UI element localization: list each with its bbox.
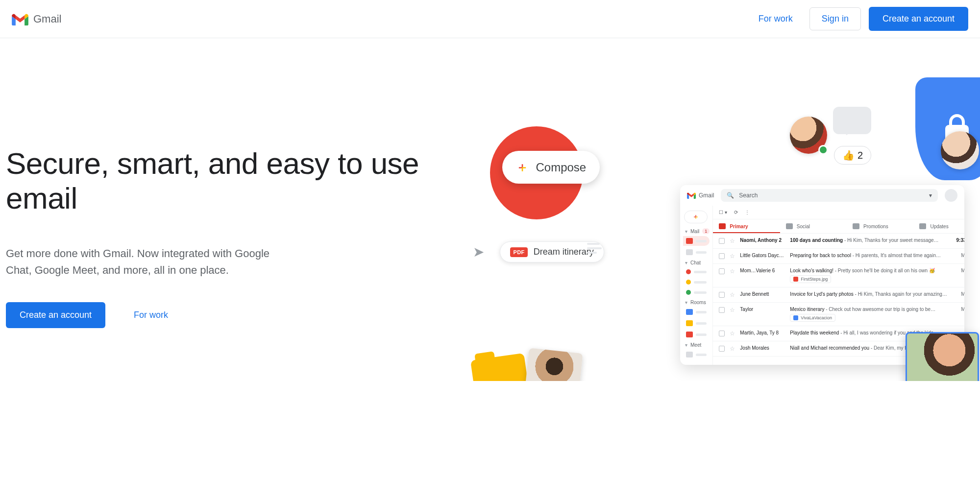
row-checkbox[interactable] — [719, 331, 725, 336]
compose-button[interactable]: ＋ — [684, 211, 708, 223]
email-sender: Mom…Valerie 6 — [740, 268, 785, 273]
brand: Gmail — [12, 13, 61, 25]
email-time: 9:33 am — [952, 238, 964, 243]
thumbs-up-icon: 👍 — [842, 149, 855, 161]
attachment-chip[interactable]: FirstSteps.jpg — [790, 275, 831, 283]
email-snippet: - Hi Kim, Thanks for your sweet message… — [843, 238, 938, 243]
hero-for-work-link[interactable]: For work — [125, 305, 177, 325]
sign-in-button[interactable]: Sign in — [809, 7, 861, 30]
email-snippet: - Hi Kim, Thanks again for your amazing… — [854, 291, 947, 297]
star-icon[interactable]: ☆ — [730, 238, 735, 244]
sidebar-section-rooms[interactable]: ▾Rooms — [685, 300, 710, 305]
sidebar-room[interactable] — [683, 307, 710, 317]
app-toolbar: ☐ ▾ ⟳ ⋮ ‹ › — [713, 206, 964, 219]
email-sender: Josh Morales — [740, 345, 785, 351]
brand-name: Gmail — [33, 13, 61, 25]
email-content: Look who's walking! - Pretty soon he'll … — [790, 268, 947, 283]
hero-copy: Secure, smart, and easy to use email Get… — [6, 68, 470, 381]
plus-icon: ＋ — [692, 213, 699, 221]
tab-social[interactable]: Social — [780, 219, 847, 233]
email-time: May 6 — [952, 307, 964, 312]
email-sender: June Bennett — [740, 291, 785, 297]
email-time: May 6 — [952, 268, 964, 273]
compose-label: Compose — [536, 161, 586, 174]
email-content: Preparing for back to school - Hi parent… — [790, 253, 947, 258]
email-sender: Little Gators Daycare — [740, 253, 785, 258]
hero-illustration: ＋ Compose 👍 2 ➤ PDF Dream itinerary — [470, 68, 974, 381]
sidebar-chat-contact[interactable] — [683, 278, 710, 286]
pdf-badge: PDF — [510, 247, 527, 257]
folder-decoration — [470, 353, 529, 381]
account-avatar[interactable] — [945, 189, 957, 202]
email-time: May 6 — [952, 291, 964, 297]
create-account-button[interactable]: Create an account — [869, 7, 968, 31]
app-topbar: Gmail 🔍 Search ▾ — [680, 185, 964, 206]
email-row[interactable]: ☆ Naomi, Anthony 2 100 days and counting… — [713, 234, 964, 249]
email-snippet: - Check out how awesome our trip is goin… — [824, 307, 935, 312]
sidebar-section-mail[interactable]: ▾ Mail 1 — [685, 228, 710, 234]
sidebar-item-inbox[interactable] — [683, 236, 710, 246]
speech-bubble-icon — [833, 107, 871, 134]
tab-updates[interactable]: Updates — [913, 219, 964, 233]
email-content: 100 days and counting - Hi Kim, Thanks f… — [790, 238, 947, 243]
email-row[interactable]: ☆ Taylor Mexico itinerary - Check out ho… — [713, 303, 964, 326]
star-icon[interactable]: ☆ — [730, 345, 735, 352]
refresh-icon[interactable]: ⟳ — [734, 210, 738, 215]
email-row[interactable]: ☆ June Bennett Invoice for Lyd's party p… — [713, 287, 964, 303]
email-snippet: - Hi parents, It's almost that time agai… — [851, 253, 941, 258]
star-icon[interactable]: ☆ — [730, 330, 735, 337]
attachment-icon — [793, 277, 798, 282]
email-snippet: - Pretty soon he'll be doing it all on h… — [833, 268, 935, 273]
reaction-count: 2 — [858, 150, 863, 161]
row-checkbox[interactable] — [719, 253, 725, 259]
reaction-pill: 👍 2 — [834, 146, 871, 165]
row-checkbox[interactable] — [719, 292, 725, 298]
email-subject: Preparing for back to school — [790, 253, 851, 258]
for-work-link[interactable]: For work — [750, 9, 802, 29]
email-row[interactable]: ☆ Mom…Valerie 6 Look who's walking! - Pr… — [713, 264, 964, 287]
star-icon[interactable]: ☆ — [730, 268, 735, 275]
more-icon[interactable]: ⋮ — [745, 210, 750, 215]
sidebar-room[interactable] — [683, 330, 710, 339]
email-row[interactable]: ☆ Little Gators Daycare Preparing for ba… — [713, 249, 964, 264]
star-icon[interactable]: ☆ — [730, 307, 735, 313]
row-checkbox[interactable] — [719, 307, 725, 313]
sidebar-chat-contact[interactable] — [683, 267, 710, 276]
select-all-checkbox[interactable]: ☐ ▾ — [719, 210, 727, 215]
row-checkbox[interactable] — [719, 268, 725, 274]
attachment-chip[interactable]: VivaLaVacacion — [790, 314, 835, 322]
line-decoration — [587, 243, 602, 254]
search-input[interactable]: 🔍 Search ▾ — [721, 189, 938, 202]
gmail-logo-icon — [12, 13, 28, 25]
sidebar-meet-item[interactable] — [683, 350, 710, 359]
star-icon[interactable]: ☆ — [730, 291, 735, 298]
avatar-2 — [941, 131, 979, 169]
tab-primary[interactable]: Primary — [713, 219, 780, 233]
email-sender: Martin, Jaya, Ty 8 — [740, 330, 785, 335]
email-subject: Look who's walking! — [790, 268, 833, 273]
pdf-label: Dream itinerary — [534, 247, 594, 257]
sidebar-item[interactable] — [683, 247, 710, 257]
sidebar-chat-contact[interactable] — [683, 288, 710, 297]
hero-create-account-button[interactable]: Create an account — [6, 302, 105, 328]
caret-icon: ▾ — [685, 260, 687, 265]
caret-icon: ▾ — [685, 229, 687, 234]
sidebar-section-meet[interactable]: ▾Meet — [685, 342, 710, 348]
sidebar-section-chat[interactable]: ▾Chat — [685, 260, 710, 265]
row-checkbox[interactable] — [719, 346, 725, 352]
hero: Secure, smart, and easy to use email Get… — [0, 38, 980, 381]
tab-promotions[interactable]: Promotions — [847, 219, 913, 233]
compose-pill: ＋ Compose — [502, 151, 600, 184]
chevron-down-icon: ▾ — [929, 192, 932, 199]
row-checkbox[interactable] — [719, 238, 725, 244]
header-actions: For work Sign in Create an account — [750, 7, 968, 31]
star-icon[interactable]: ☆ — [730, 253, 735, 260]
search-placeholder: Search — [739, 192, 758, 199]
email-time: May 6 — [952, 253, 964, 258]
online-indicator-icon — [818, 145, 828, 155]
sidebar-room[interactable] — [683, 318, 710, 328]
search-icon: 🔍 — [727, 192, 734, 199]
caret-icon: ▾ — [685, 300, 687, 305]
app-brand-name: Gmail — [699, 192, 714, 199]
unread-count: 1 — [702, 228, 710, 234]
